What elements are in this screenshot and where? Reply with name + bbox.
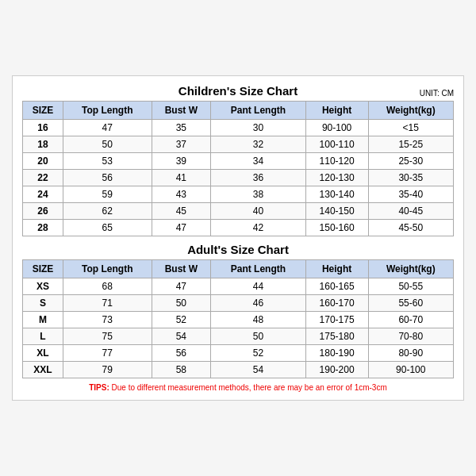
- table-row: 20533934110-12025-30: [23, 153, 454, 170]
- children-col-weight: Weight(kg): [368, 102, 453, 120]
- tips-label: TIPS:: [89, 383, 109, 392]
- children-table-body: 1647353090-100<1518503732100-11015-25205…: [23, 120, 454, 236]
- table-row: XL775652180-19080-90: [23, 345, 454, 362]
- children-header-row: SIZE Top Length Bust W Pant Length Heigh…: [23, 102, 454, 120]
- table-row: 24594338130-14035-40: [23, 186, 454, 203]
- table-row: S715046160-17055-60: [23, 295, 454, 312]
- adults-col-pant-length: Pant Length: [211, 260, 306, 278]
- table-row: XS684744160-16550-55: [23, 278, 454, 295]
- children-col-pant-length: Pant Length: [211, 102, 306, 120]
- adults-title-row: Adult's Size Chart: [22, 243, 454, 256]
- table-row: M735248170-17560-70: [23, 312, 454, 328]
- adults-col-size: SIZE: [23, 260, 63, 278]
- table-row: 26624540140-15040-45: [23, 203, 454, 220]
- table-row: 18503732100-11015-25: [23, 136, 454, 153]
- table-row: L755450175-18070-80: [23, 328, 454, 345]
- children-col-top-length: Top Length: [63, 102, 152, 120]
- children-col-size: SIZE: [23, 102, 63, 120]
- children-title: Children's Size Chart: [178, 84, 298, 98]
- adults-col-top-length: Top Length: [63, 260, 152, 278]
- children-size-table: SIZE Top Length Bust W Pant Length Heigh…: [22, 101, 454, 236]
- unit-label: UNIT: CM: [420, 89, 454, 98]
- tips-row: TIPS: Due to different measurement metho…: [22, 383, 454, 392]
- children-col-height: Height: [305, 102, 368, 120]
- table-row: 1647353090-100<15: [23, 120, 454, 136]
- table-row: 28654742150-16045-50: [23, 220, 454, 236]
- adults-col-height: Height: [305, 260, 368, 278]
- adults-size-table: SIZE Top Length Bust W Pant Length Heigh…: [22, 259, 454, 378]
- chart-container: Children's Size Chart UNIT: CM SIZE Top …: [12, 75, 464, 401]
- children-title-row: Children's Size Chart UNIT: CM: [22, 84, 454, 98]
- table-row: 22564136120-13030-35: [23, 170, 454, 186]
- children-col-bust-w: Bust W: [152, 102, 211, 120]
- adults-header-row: SIZE Top Length Bust W Pant Length Heigh…: [23, 260, 454, 278]
- adults-col-weight: Weight(kg): [368, 260, 453, 278]
- adults-table-body: XS684744160-16550-55S715046160-17055-60M…: [23, 278, 454, 378]
- adults-title: Adult's Size Chart: [187, 243, 289, 256]
- table-row: XXL795854190-20090-100: [23, 362, 454, 378]
- adults-col-bust-w: Bust W: [152, 260, 211, 278]
- tips-text: Due to different measurement methods, th…: [112, 383, 387, 392]
